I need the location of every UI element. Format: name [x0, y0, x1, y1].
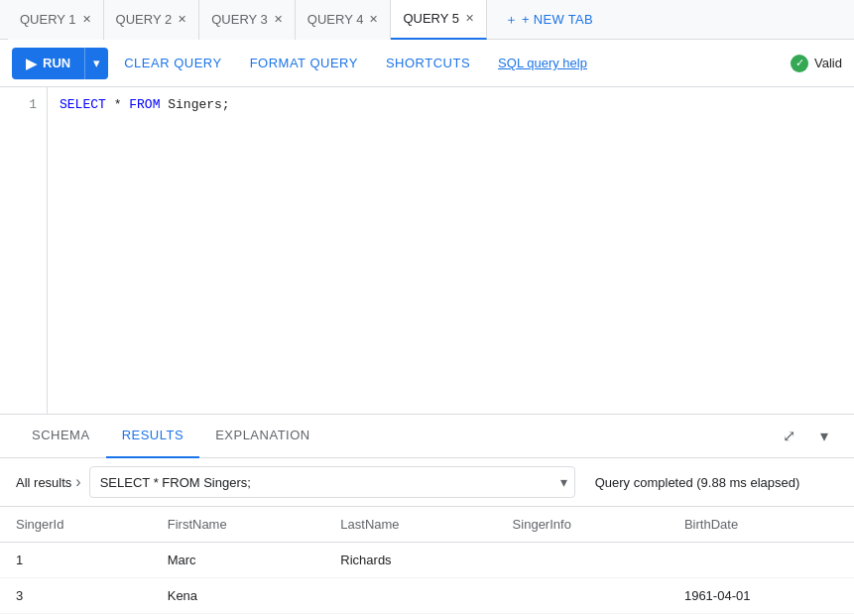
tab-query5-label: QUERY 5	[403, 11, 459, 26]
cell-singerid-1: 1	[0, 543, 152, 578]
tab-query2[interactable]: QUERY 2 ✕	[104, 0, 200, 40]
run-button-group: ▶ RUN ▾	[12, 48, 108, 79]
results-table: SingerId FirstName LastName SingerInfo B…	[0, 507, 854, 614]
valid-label: Valid	[814, 56, 842, 70]
clear-query-button[interactable]: CLEAR QUERY	[112, 48, 233, 79]
shortcuts-button[interactable]: SHORTCUTS	[374, 48, 482, 79]
line-numbers: 1	[0, 87, 48, 414]
editor-area[interactable]: 1 SELECT * FROM Singers;	[0, 87, 854, 415]
col-singerinfo: SingerInfo	[497, 507, 669, 543]
cell-lastname-2	[324, 578, 496, 614]
tab-results[interactable]: RESULTS	[106, 415, 200, 458]
results-table-wrapper[interactable]: SingerId FirstName LastName SingerInfo B…	[0, 507, 854, 614]
table-header: SingerId FirstName LastName SingerInfo B…	[0, 507, 854, 543]
code-table: Singers;	[168, 97, 229, 112]
run-dropdown-button[interactable]: ▾	[85, 48, 108, 79]
tab-query5-close[interactable]: ✕	[465, 13, 474, 24]
expand-icon[interactable]: ⤢	[775, 423, 802, 450]
keyword-from: FROM	[129, 97, 160, 112]
new-tab-button[interactable]: ＋ + NEW TAB	[495, 7, 603, 33]
col-birthdate: BirthDate	[669, 507, 854, 543]
cell-firstname-2: Kena	[152, 578, 325, 614]
table-header-row: SingerId FirstName LastName SingerInfo B…	[0, 507, 854, 543]
table-row: 1 Marc Richards	[0, 543, 854, 578]
run-button[interactable]: ▶ RUN	[12, 48, 85, 79]
tab-query2-close[interactable]: ✕	[178, 14, 186, 25]
cell-firstname-1: Marc	[152, 543, 325, 578]
valid-icon: ✓	[791, 55, 808, 72]
format-query-button[interactable]: FORMAT QUERY	[238, 48, 370, 79]
query-selector-row: All results › SELECT * FROM Singers; ▾ Q…	[0, 458, 854, 507]
query-select[interactable]: SELECT * FROM Singers;	[89, 466, 575, 498]
col-singerid: SingerId	[0, 507, 152, 543]
tab-explanation-label: EXPLANATION	[215, 428, 310, 442]
code-editor[interactable]: SELECT * FROM Singers;	[48, 87, 854, 414]
col-lastname: LastName	[324, 507, 496, 543]
col-firstname: FirstName	[152, 507, 325, 543]
result-tabs-bar: SCHEMA RESULTS EXPLANATION ⤢ ▾	[0, 415, 854, 458]
new-tab-label: + NEW TAB	[522, 12, 593, 27]
tab-schema[interactable]: SCHEMA	[16, 415, 106, 458]
tab-query1-close[interactable]: ✕	[82, 14, 91, 25]
cell-birthdate-2: 1961-04-01	[669, 578, 854, 614]
collapse-icon[interactable]: ▾	[810, 423, 838, 450]
tab-results-label: RESULTS	[122, 428, 184, 442]
tab-query5[interactable]: QUERY 5 ✕	[391, 0, 487, 40]
tab-schema-label: SCHEMA	[32, 428, 90, 442]
bottom-panel: SCHEMA RESULTS EXPLANATION ⤢ ▾ All resul…	[0, 415, 854, 614]
tab-query4-close[interactable]: ✕	[369, 14, 378, 25]
cell-singerinfo-1	[497, 543, 669, 578]
keyword-select: SELECT	[60, 97, 106, 112]
tab-explanation[interactable]: EXPLANATION	[199, 415, 326, 458]
new-tab-icon: ＋	[505, 11, 518, 29]
line-num-1: 1	[0, 95, 37, 115]
table-body: 1 Marc Richards 3 Kena 1961-04-01	[0, 543, 854, 614]
run-dropdown-icon: ▾	[93, 56, 100, 70]
tabs-bar: QUERY 1 ✕ QUERY 2 ✕ QUERY 3 ✕ QUERY 4 ✕ …	[0, 0, 854, 40]
run-play-icon: ▶	[26, 56, 37, 71]
valid-badge: ✓ Valid	[791, 55, 842, 72]
all-results-label: All results	[16, 475, 71, 490]
cell-lastname-1: Richards	[324, 543, 496, 578]
run-label: RUN	[43, 56, 70, 70]
code-asterisk: *	[114, 97, 130, 112]
tab-query1[interactable]: QUERY 1 ✕	[8, 0, 104, 40]
table-row: 3 Kena 1961-04-01	[0, 578, 854, 614]
tab-query4[interactable]: QUERY 4 ✕	[296, 0, 392, 40]
tab-query2-label: QUERY 2	[116, 12, 173, 27]
cell-singerid-2: 3	[0, 578, 152, 614]
tab-query3[interactable]: QUERY 3 ✕	[199, 0, 296, 40]
tab-query3-close[interactable]: ✕	[274, 14, 283, 25]
all-results-button[interactable]: All results ›	[16, 473, 81, 491]
tab-query4-label: QUERY 4	[307, 12, 364, 27]
tab-query1-label: QUERY 1	[20, 12, 76, 27]
cell-singerinfo-2	[497, 578, 669, 614]
query-status: Query completed (9.88 ms elapsed)	[595, 475, 800, 490]
toolbar: ▶ RUN ▾ CLEAR QUERY FORMAT QUERY SHORTCU…	[0, 40, 854, 87]
tab-query3-label: QUERY 3	[211, 12, 268, 27]
chevron-right-icon: ›	[75, 473, 80, 491]
result-tabs-actions: ⤢ ▾	[775, 423, 838, 450]
query-dropdown-wrapper: SELECT * FROM Singers; ▾	[89, 466, 575, 498]
sql-help-button[interactable]: SQL query help	[486, 48, 599, 79]
cell-birthdate-1	[669, 543, 854, 578]
